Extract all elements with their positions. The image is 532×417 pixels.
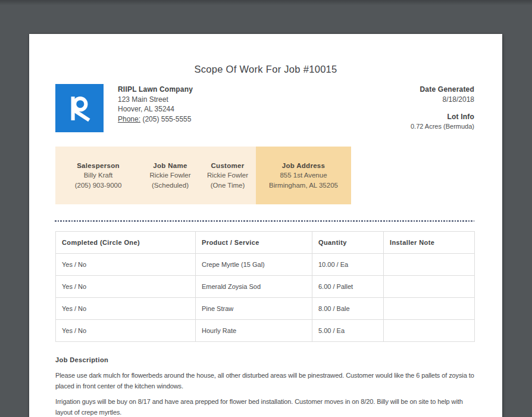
cell-product: Crepe Myrtle (15 Gal) — [196, 254, 312, 276]
company-logo — [55, 84, 104, 132]
job-address-city: Birmingham, AL 35205 — [256, 181, 351, 190]
cell-installer-note — [384, 320, 475, 342]
table-row: Yes / No Pine Straw 8.00 / Bale — [56, 298, 475, 320]
document-page: Scope Of Work For Job #10015 RIIPL Lawn … — [29, 34, 502, 417]
cell-completed: Yes / No — [56, 298, 196, 320]
table-row: Yes / No Crepe Myrtle (15 Gal) 10.00 / E… — [56, 254, 475, 276]
viewer-toolbar-shadow — [0, 0, 532, 5]
company-name: RIIPL Lawn Company — [118, 85, 193, 95]
cell-quantity: 10.00 / Ea — [312, 254, 384, 276]
document-meta: Date Generated 8/18/2018 Lot Info 0.72 A… — [320, 85, 474, 132]
cell-completed: Yes / No — [56, 320, 196, 342]
cell-installer-note — [384, 254, 475, 276]
job-description-paragraph: Please use dark mulch for flowerbeds aro… — [55, 370, 475, 391]
cell-quantity: 5.00 / Ea — [312, 320, 384, 342]
job-description-heading: Job Description — [55, 356, 108, 363]
customer-type: (One Time) — [199, 181, 256, 190]
company-phone: Phone: (205) 555-5555 — [118, 114, 193, 125]
job-info-customer: Customer Rickie Fowler (One Time) — [199, 147, 256, 204]
header-quantity: Quantity — [312, 232, 384, 254]
header-installer-note: Installer Note — [384, 232, 475, 254]
dashed-divider — [55, 220, 474, 222]
table-row: Yes / No Hourly Rate 5.00 / Ea — [56, 320, 475, 342]
cell-installer-note — [384, 276, 475, 298]
job-info-job-address: Job Address 855 1st Avenue Birmingham, A… — [256, 147, 351, 204]
company-city: Hoover, AL 35244 — [118, 104, 193, 114]
cell-product: Hourly Rate — [196, 320, 312, 342]
job-address-street: 855 1st Avenue — [256, 170, 351, 180]
lot-info-value: 0.72 Acres (Bermuda) — [320, 122, 474, 132]
customer-label: Customer — [199, 161, 256, 170]
job-address-label: Job Address — [256, 161, 351, 170]
cell-completed: Yes / No — [56, 276, 196, 298]
cell-completed: Yes / No — [56, 254, 196, 276]
job-name-status: (Scheduled) — [141, 181, 199, 190]
job-info-salesperson: Salesperson Billy Kraft (205) 903-9000 — [55, 147, 141, 204]
phone-value: (205) 555-5555 — [142, 115, 191, 123]
cell-product: Pine Straw — [196, 298, 312, 320]
table-header-row: Completed (Circle One) Product / Service… — [56, 232, 475, 254]
pdf-viewer: { "document": { "title": "Scope Of Work … — [0, 0, 532, 417]
job-description-body: Please use dark mulch for flowerbeds aro… — [55, 370, 475, 417]
salesperson-phone: (205) 903-9000 — [55, 181, 141, 190]
company-info: RIIPL Lawn Company 123 Main Street Hoove… — [118, 85, 193, 124]
date-generated-label: Date Generated — [320, 85, 474, 95]
cell-installer-note — [384, 298, 475, 320]
header-product-service: Product / Service — [196, 232, 312, 254]
job-info-bar: Salesperson Billy Kraft (205) 903-9000 J… — [55, 147, 351, 204]
job-name-value: Rickie Fowler — [141, 170, 199, 180]
table-row: Yes / No Emerald Zoysia Sod 6.00 / Palle… — [56, 276, 475, 298]
salesperson-name: Billy Kraft — [55, 170, 141, 180]
job-description-paragraph: Irrigation guys will be buy on 8/17 and … — [55, 396, 475, 417]
phone-label: Phone: — [118, 115, 140, 123]
lot-info-label: Lot Info — [320, 112, 474, 122]
salesperson-label: Salesperson — [55, 161, 141, 170]
cell-quantity: 8.00 / Bale — [312, 298, 384, 320]
customer-name: Rickie Fowler — [199, 170, 256, 180]
header-completed: Completed (Circle One) — [56, 232, 196, 254]
job-info-job-name: Job Name Rickie Fowler (Scheduled) — [141, 147, 199, 204]
company-street: 123 Main Street — [118, 95, 193, 105]
cell-quantity: 6.00 / Pallet — [312, 276, 384, 298]
date-generated-value: 8/18/2018 — [320, 95, 474, 105]
job-name-label: Job Name — [141, 161, 199, 170]
document-title: Scope Of Work For Job #10015 — [29, 64, 502, 75]
work-items-table: Completed (Circle One) Product / Service… — [55, 231, 475, 342]
cell-product: Emerald Zoysia Sod — [196, 276, 312, 298]
